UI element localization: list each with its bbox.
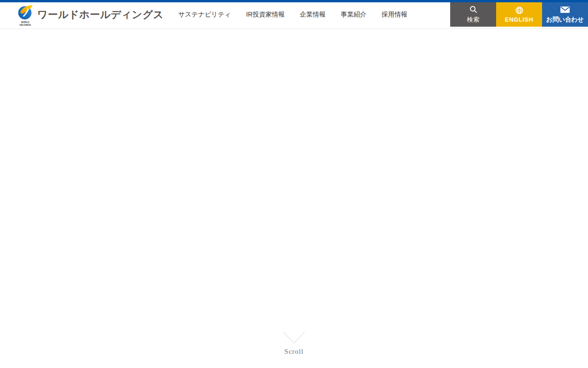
- site-header: WORLD HOLDINGS ワールドホールディングス サステナビリティ IR投…: [0, 0, 588, 29]
- search-icon: [469, 6, 477, 14]
- brand-logo-link[interactable]: WORLD HOLDINGS ワールドホールディングス: [17, 2, 164, 27]
- globe-icon: [515, 6, 523, 14]
- brand-wordmark: ワールドホールディングス: [37, 8, 164, 22]
- english-button-label: ENGLISH: [505, 16, 533, 23]
- scroll-indicator: Scroll: [283, 332, 305, 356]
- search-button-label: 検索: [467, 16, 480, 24]
- mail-icon: [560, 6, 570, 14]
- scroll-label: Scroll: [284, 348, 304, 356]
- hero-area: Scroll: [0, 29, 588, 368]
- logo-caption: WORLD HOLDINGS: [20, 22, 31, 27]
- nav-item-recruit-info[interactable]: 採用情報: [382, 11, 407, 19]
- logo-swirl-graphic: [17, 4, 34, 20]
- search-button[interactable]: 検索: [450, 2, 496, 27]
- world-holdings-logo-icon: WORLD HOLDINGS: [17, 4, 34, 27]
- main-nav: サステナビリティ IR投資家情報 企業情報 事業紹介 採用情報: [178, 2, 407, 27]
- contact-button[interactable]: お問い合わせ: [542, 2, 588, 27]
- english-button[interactable]: ENGLISH: [496, 2, 542, 27]
- header-actions: 検索 ENGLISH: [450, 2, 588, 27]
- contact-button-label: お問い合わせ: [546, 16, 584, 24]
- nav-item-company-info[interactable]: 企業情報: [300, 11, 326, 19]
- nav-item-sustainability[interactable]: サステナビリティ: [178, 11, 231, 19]
- chevron-down-icon: [283, 332, 305, 344]
- nav-item-business-intro[interactable]: 事業紹介: [341, 11, 367, 19]
- nav-item-ir-investor-info[interactable]: IR投資家情報: [246, 11, 285, 19]
